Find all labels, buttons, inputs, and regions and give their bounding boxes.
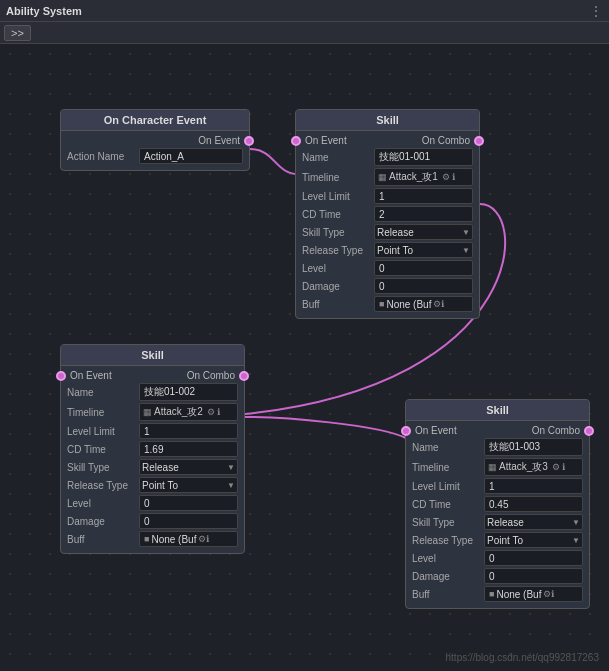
skill1-releasetype-arrow: ▼ [462, 246, 470, 255]
skill3-name-row: Name 技能01-003 [412, 438, 583, 456]
skill2-levellimit-label: Level Limit [67, 426, 139, 437]
skill2-cdtime-row: CD Time 1.69 [67, 441, 238, 457]
skill1-port-out-dot[interactable] [474, 136, 484, 146]
skill3-buff-value[interactable]: ■ None (Buf ⚙ ℹ [484, 586, 583, 602]
skill3-timeline-value[interactable]: ▦ Attack_攻3 ⚙ ℹ [484, 458, 583, 476]
skill3-releasetype-arrow: ▼ [572, 536, 580, 545]
skill2-buff-label: Buff [67, 534, 139, 545]
skill3-timeline-row: Timeline ▦ Attack_攻3 ⚙ ℹ [412, 458, 583, 476]
skill-node-3-body: On Event On Combo Name 技能01-003 Timeline… [406, 421, 589, 608]
skill2-name-row: Name 技能01-002 [67, 383, 238, 401]
skill2-timeline-value[interactable]: ▦ Attack_攻2 ⚙ ℹ [139, 403, 238, 421]
skill-node-2-body: On Event On Combo Name 技能01-002 Timeline… [61, 366, 244, 553]
skill3-level-value[interactable]: 0 [484, 550, 583, 566]
skill1-releasetype-select[interactable]: Point To ▼ [374, 242, 473, 258]
skill3-port-out-dot[interactable] [584, 426, 594, 436]
skill2-buff-row: Buff ■ None (Buf ⚙ ℹ [67, 531, 238, 547]
skill3-port-in-label: On Event [415, 425, 498, 436]
skill2-level-row: Level 0 [67, 495, 238, 511]
skill3-skilltype-select[interactable]: Release ▼ [484, 514, 583, 530]
skill-node-3-header: Skill [406, 400, 589, 421]
skill3-releasetype-select[interactable]: Point To ▼ [484, 532, 583, 548]
skill2-timeline-row: Timeline ▦ Attack_攻2 ⚙ ℹ [67, 403, 238, 421]
skill2-damage-label: Damage [67, 516, 139, 527]
skill2-damage-row: Damage 0 [67, 513, 238, 529]
skill1-skilltype-select[interactable]: Release ▼ [374, 224, 473, 240]
skill1-skilltype-arrow: ▼ [462, 228, 470, 237]
skill3-cdtime-value[interactable]: 0.45 [484, 496, 583, 512]
skill2-level-label: Level [67, 498, 139, 509]
skill1-buff-value[interactable]: ■ None (Buf ⚙ ℹ [374, 296, 473, 312]
skill2-port-out-label: On Combo [153, 370, 236, 381]
skill2-level-value[interactable]: 0 [139, 495, 238, 511]
skill2-levellimit-value[interactable]: 1 [139, 423, 238, 439]
skill1-levellimit-value[interactable]: 1 [374, 188, 473, 204]
skill1-port-out-label: On Combo [388, 135, 471, 146]
skill2-levellimit-row: Level Limit 1 [67, 423, 238, 439]
event-port-out-dot[interactable] [244, 136, 254, 146]
skill2-port-in-dot[interactable] [56, 371, 66, 381]
skill3-skilltype-label: Skill Type [412, 517, 484, 528]
skill2-buff-value[interactable]: ■ None (Buf ⚙ ℹ [139, 531, 238, 547]
toolbar: >> [0, 22, 609, 44]
skill1-cdtime-value[interactable]: 2 [374, 206, 473, 222]
skill1-port-in-dot[interactable] [291, 136, 301, 146]
skill3-levellimit-value[interactable]: 1 [484, 478, 583, 494]
skill3-releasetype-row: Release Type Point To ▼ [412, 532, 583, 548]
skill1-port-in-label: On Event [305, 135, 388, 146]
skill2-skilltype-row: Skill Type Release ▼ [67, 459, 238, 475]
skill-node-1-header: Skill [296, 110, 479, 131]
skill1-damage-label: Damage [302, 281, 374, 292]
event-port-out-label: On Event [67, 135, 240, 146]
skill3-buff-row: Buff ■ None (Buf ⚙ ℹ [412, 586, 583, 602]
skill3-cdtime-label: CD Time [412, 499, 484, 510]
skill3-level-row: Level 0 [412, 550, 583, 566]
skill2-releasetype-select[interactable]: Point To ▼ [139, 477, 238, 493]
skill3-name-label: Name [412, 442, 484, 453]
action-name-value[interactable]: Action_A [139, 148, 243, 164]
event-node-header: On Character Event [61, 110, 249, 131]
skill-node-3: Skill On Event On Combo Name 技能01-003 Ti… [405, 399, 590, 609]
skill2-releasetype-label: Release Type [67, 480, 139, 491]
skill2-damage-value[interactable]: 0 [139, 513, 238, 529]
skill3-port-in-dot[interactable] [401, 426, 411, 436]
skill3-levellimit-row: Level Limit 1 [412, 478, 583, 494]
skill1-name-row: Name 技能01-001 [302, 148, 473, 166]
collapse-button[interactable]: >> [4, 25, 31, 41]
skill2-cdtime-value[interactable]: 1.69 [139, 441, 238, 457]
skill3-ports-row: On Event On Combo [412, 425, 583, 436]
skill1-damage-value[interactable]: 0 [374, 278, 473, 294]
skill3-buff-label: Buff [412, 589, 484, 600]
skill3-skilltype-arrow: ▼ [572, 518, 580, 527]
skill1-name-value[interactable]: 技能01-001 [374, 148, 473, 166]
skill1-timeline-row: Timeline ▦ Attack_攻1 ⚙ ℹ [302, 168, 473, 186]
skill-node-2-header: Skill [61, 345, 244, 366]
skill1-timeline-label: Timeline [302, 172, 374, 183]
skill3-name-value[interactable]: 技能01-003 [484, 438, 583, 456]
skill1-level-value[interactable]: 0 [374, 260, 473, 276]
skill1-levellimit-label: Level Limit [302, 191, 374, 202]
skill1-damage-row: Damage 0 [302, 278, 473, 294]
skill3-damage-value[interactable]: 0 [484, 568, 583, 584]
skill3-damage-row: Damage 0 [412, 568, 583, 584]
menu-icon[interactable]: ⋮ [589, 3, 603, 19]
app-title: Ability System [6, 5, 82, 17]
skill2-name-value[interactable]: 技能01-002 [139, 383, 238, 401]
skill1-skilltype-row: Skill Type Release ▼ [302, 224, 473, 240]
skill2-name-label: Name [67, 387, 139, 398]
skill2-skilltype-arrow: ▼ [227, 463, 235, 472]
skill1-ports-row: On Event On Combo [302, 135, 473, 146]
skill3-skilltype-row: Skill Type Release ▼ [412, 514, 583, 530]
skill2-skilltype-select[interactable]: Release ▼ [139, 459, 238, 475]
skill2-port-in-label: On Event [70, 370, 153, 381]
skill1-cdtime-label: CD Time [302, 209, 374, 220]
skill3-damage-label: Damage [412, 571, 484, 582]
skill2-port-out-dot[interactable] [239, 371, 249, 381]
watermark: https://blog.csdn.net/qq992817263 [446, 652, 599, 663]
skill1-level-row: Level 0 [302, 260, 473, 276]
event-port-out-row: On Event [67, 135, 243, 146]
skill1-cdtime-row: CD Time 2 [302, 206, 473, 222]
skill1-timeline-value[interactable]: ▦ Attack_攻1 ⚙ ℹ [374, 168, 473, 186]
skill-node-1-body: On Event On Combo Name 技能01-001 Timeline… [296, 131, 479, 318]
action-name-label: Action Name [67, 151, 139, 162]
